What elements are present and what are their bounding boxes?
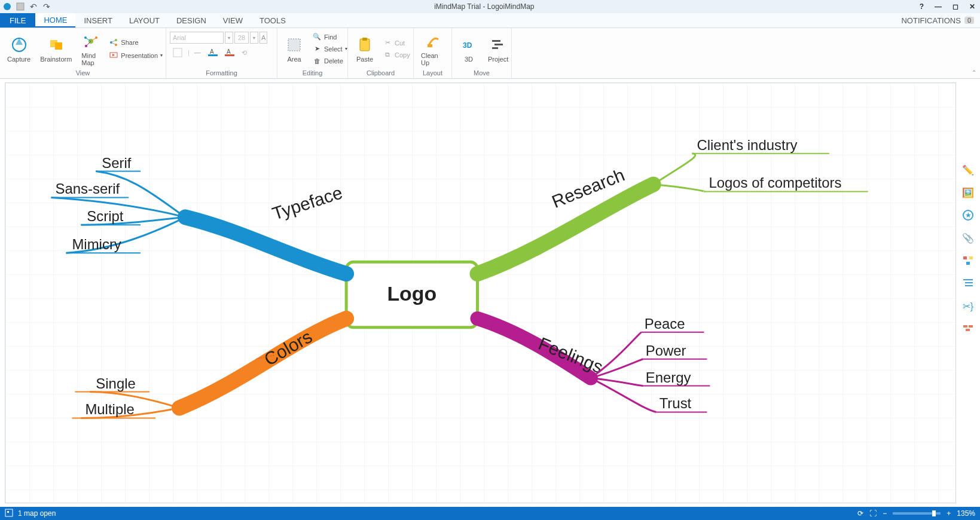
tab-design[interactable]: DESIGN: [168, 13, 215, 27]
branch-typeface-label[interactable]: Typeface: [270, 182, 345, 224]
maps-open-label[interactable]: 1 map open: [18, 509, 56, 518]
delete-button[interactable]: 🗑Delete: [310, 55, 350, 67]
redo-icon[interactable]: ↷: [42, 2, 51, 11]
workspace: Logo Typeface Serif Sans-serif Script Mi…: [0, 79, 980, 507]
copy-icon: ⧉: [383, 50, 392, 60]
refresh-icon[interactable]: ⟳: [857, 509, 863, 518]
close-button[interactable]: ✕: [967, 2, 978, 11]
svg-rect-1: [17, 3, 24, 10]
feelings-child-1[interactable]: Power: [646, 342, 686, 359]
svg-rect-29: [492, 40, 500, 42]
dropdown-icon[interactable]: ▾: [225, 32, 233, 44]
branch-typeface[interactable]: [185, 217, 346, 274]
maximize-button[interactable]: ◻: [950, 2, 961, 11]
branch-colors-label[interactable]: Colors: [261, 326, 315, 369]
select-button[interactable]: ➤Select▾: [310, 43, 350, 55]
group-label-formatting: Formatting: [166, 69, 277, 78]
aperture-icon: [10, 35, 29, 54]
canvas[interactable]: Logo Typeface Serif Sans-serif Script Mi…: [5, 82, 956, 503]
app-icon: [2, 2, 12, 11]
central-label[interactable]: Logo: [387, 282, 436, 305]
brick-icon[interactable]: [961, 322, 975, 336]
zoom-level[interactable]: 135%: [957, 509, 975, 518]
ribbon-tabs: FILE HOME INSERT LAYOUT DESIGN VIEW TOOL…: [0, 13, 980, 28]
snippet-icon[interactable]: ✂}: [961, 299, 975, 313]
shrink-font-icon[interactable]: A: [259, 32, 267, 44]
svg-rect-27: [428, 44, 432, 47]
svg-point-0: [4, 3, 11, 10]
font-size-select[interactable]: 28: [234, 32, 249, 44]
typeface-child-2[interactable]: Script: [87, 208, 124, 224]
feelings-child-0[interactable]: Peace: [645, 316, 685, 332]
presentation-button[interactable]: Presentation ▾: [106, 50, 165, 62]
image-icon[interactable]: 🖼️: [961, 185, 975, 200]
status-bar: 1 map open ⟳ ⛶ − + 135%: [0, 507, 980, 520]
file-tab[interactable]: FILE: [0, 13, 35, 27]
fullscreen-icon[interactable]: ⛶: [869, 509, 877, 518]
group-label-view: View: [0, 69, 166, 78]
mindmap-button[interactable]: Mind Map: [78, 30, 104, 68]
zoom-slider[interactable]: [893, 512, 941, 515]
star-icon[interactable]: ★: [961, 208, 975, 222]
bold-button[interactable]: —: [192, 48, 203, 57]
svg-rect-26: [362, 38, 367, 41]
undo-icon[interactable]: ↶: [29, 2, 38, 11]
tab-tools[interactable]: TOOLS: [251, 13, 294, 27]
font-color-button[interactable]: A: [222, 47, 237, 58]
svg-text:★: ★: [965, 211, 972, 219]
dropdown-icon[interactable]: ▾: [250, 32, 258, 44]
tab-view[interactable]: VIEW: [215, 13, 251, 27]
tab-layout[interactable]: LAYOUT: [121, 13, 168, 27]
share-button[interactable]: Share: [106, 36, 165, 48]
project-button[interactable]: Project: [484, 34, 512, 64]
edit-icon[interactable]: ✏️: [961, 163, 975, 177]
cut-button[interactable]: ✂Cut: [380, 37, 413, 49]
brainstorm-button[interactable]: Brainstorm: [36, 34, 75, 64]
gantt-icon: [489, 35, 508, 54]
feelings-child-3[interactable]: Trust: [660, 395, 692, 411]
svg-rect-19: [173, 48, 182, 57]
colors-child-0[interactable]: Single: [96, 375, 136, 391]
right-sidebar: ✏️ 🖼️ ★ 📎 ✂}: [958, 163, 978, 336]
research-child-1[interactable]: Logos of competitors: [709, 175, 841, 191]
presentation-label: Presentation: [121, 52, 158, 59]
cleanup-button[interactable]: Clean Up: [417, 30, 448, 68]
underline-button[interactable]: A: [206, 47, 220, 58]
typeface-child-0[interactable]: Serif: [102, 155, 132, 171]
feelings-child-2[interactable]: Energy: [646, 369, 691, 386]
search-icon: 🔍: [312, 32, 322, 42]
colors-child-1[interactable]: Multiple: [85, 401, 134, 417]
branch-colors[interactable]: [179, 319, 346, 408]
zoom-in-icon[interactable]: +: [947, 509, 951, 518]
zoom-out-icon[interactable]: −: [883, 509, 887, 518]
clear-format-button[interactable]: ⟲: [239, 48, 249, 58]
share-label: Share: [121, 39, 138, 46]
notifications-label[interactable]: NOTIFICATIONS: [901, 16, 960, 25]
svg-rect-24: [288, 39, 300, 51]
research-child-0[interactable]: Client's industry: [697, 137, 797, 153]
help-button[interactable]: ?: [917, 2, 926, 11]
tab-home[interactable]: HOME: [35, 13, 75, 27]
ribbon-collapse-icon[interactable]: ⌃: [972, 69, 976, 76]
outline-icon[interactable]: [961, 276, 975, 290]
capture-button[interactable]: Capture: [4, 34, 34, 64]
copy-button[interactable]: ⧉Copy: [380, 49, 413, 61]
font-family-select[interactable]: Arial: [170, 32, 224, 44]
paste-button[interactable]: Paste: [352, 34, 378, 64]
typeface-child-3[interactable]: Mimicry: [72, 236, 121, 252]
find-button[interactable]: 🔍Find: [310, 31, 350, 43]
attachment-icon[interactable]: 📎: [961, 231, 975, 245]
area-button[interactable]: Area: [281, 34, 307, 64]
fill-color-button[interactable]: [170, 46, 185, 59]
svg-rect-4: [55, 42, 62, 50]
3d-button[interactable]: 3D 3D: [456, 34, 482, 64]
svg-rect-50: [965, 282, 973, 283]
maps-icon[interactable]: [5, 509, 13, 519]
tab-insert[interactable]: INSERT: [75, 13, 120, 27]
save-icon[interactable]: [16, 2, 25, 11]
typeface-child-1[interactable]: Sans-serif: [56, 181, 120, 197]
minimize-button[interactable]: —: [932, 2, 944, 11]
window-title: iMindMap Trial - LogoiMindMap: [51, 2, 917, 11]
sticky-notes-icon: [47, 35, 66, 54]
flowchart-icon[interactable]: [961, 253, 975, 268]
